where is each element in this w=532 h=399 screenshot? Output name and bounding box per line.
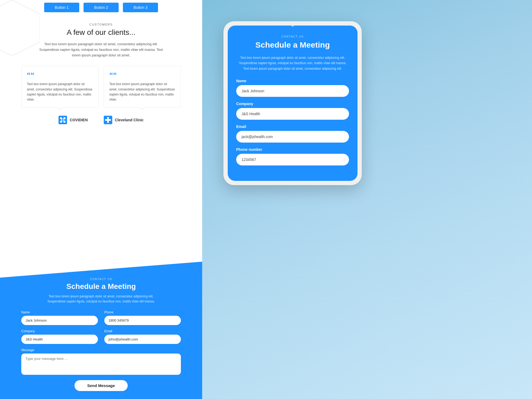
phone-email-label: Email <box>236 124 349 129</box>
card-arrow-2 <box>140 107 145 110</box>
phone-mockup: CONTACT US Schedule a Meeting Text box l… <box>223 21 362 185</box>
phone-phone-group: Phone number <box>236 147 349 165</box>
phone-input[interactable] <box>104 316 181 325</box>
company-input[interactable] <box>21 335 98 344</box>
send-button[interactable]: Send Message <box>74 380 128 391</box>
cleveland-label: Cleveland Clinic <box>115 118 144 122</box>
phone-desc: Text box lorem ipsum paragraph dolor sit… <box>236 55 349 71</box>
svg-marker-0 <box>0 0 40 56</box>
phone-email-input[interactable] <box>236 131 349 143</box>
email-group: Email <box>104 329 181 344</box>
phone-camera <box>291 26 294 27</box>
customers-label: CUSTOMERS <box>21 23 181 26</box>
name-input[interactable] <box>21 316 98 325</box>
phone-phone-input[interactable] <box>236 154 349 165</box>
customers-desc: Text box lorem ipsum paragraph dolor sit… <box>37 41 165 58</box>
right-panel: CONTACT US Schedule a Meeting Text box l… <box>202 0 532 399</box>
svg-rect-14 <box>105 119 111 121</box>
phone-email-group: Email <box>236 124 349 143</box>
contact-form-grid: Name Phone Company Email <box>21 310 181 344</box>
phone-title: Schedule a Meeting <box>236 40 349 50</box>
phone-contact-label: CONTACT US <box>236 35 349 38</box>
contact-desc: Text box lorem ipsum paragraph dolor sit… <box>45 294 157 304</box>
phone-name-label: Name <box>236 79 349 83</box>
svg-rect-7 <box>60 119 65 121</box>
logo-cleveland: Cleveland Clinic <box>104 116 144 124</box>
send-button-wrap: Send Message <box>21 380 181 391</box>
contact-label: CONTACT US <box>21 278 181 281</box>
covidien-icon <box>59 116 67 124</box>
customers-title: A few of our clients... <box>21 28 181 37</box>
phone-company-label: Company <box>236 102 349 106</box>
card-arrow-1 <box>57 107 63 110</box>
phone-label: Phone <box>104 310 181 314</box>
company-group: Company <box>21 329 98 344</box>
phone-name-input[interactable] <box>236 85 349 97</box>
testimonial-card-2: ““ Text box lorem ipsum paragraph dolor … <box>104 66 181 108</box>
email-input[interactable] <box>104 335 181 344</box>
phone-screen: CONTACT US Schedule a Meeting Text box l… <box>228 26 358 181</box>
name-label: Name <box>21 310 98 314</box>
phone-group: Phone <box>104 310 181 325</box>
testimonial-text-2: Text box lorem ipsum paragraph dolor sit… <box>109 82 175 102</box>
phone-company-input[interactable] <box>236 108 349 120</box>
testimonial-card-1: ““ Text box lorem ipsum paragraph dolor … <box>21 66 98 108</box>
logo-covidien: COVIDIEN <box>59 116 88 124</box>
contact-section: CONTACT US Schedule a Meeting Text box l… <box>0 262 202 399</box>
phone-phone-label: Phone number <box>236 147 349 152</box>
phone-company-group: Company <box>236 102 349 120</box>
top-button-1[interactable]: Button 1 <box>44 3 79 12</box>
covidien-label: COVIDIEN <box>70 118 88 122</box>
email-label: Email <box>104 329 181 333</box>
top-button-3[interactable]: Button 3 <box>123 3 158 12</box>
message-label: Message <box>21 348 181 352</box>
cleveland-icon <box>104 116 112 124</box>
name-group: Name <box>21 310 98 325</box>
contact-title: Schedule a Meeting <box>21 282 181 291</box>
message-group: Message <box>21 348 181 375</box>
testimonials-row: ““ Text box lorem ipsum paragraph dolor … <box>0 66 202 108</box>
quote-icon-1: ““ <box>27 72 93 79</box>
top-button-2[interactable]: Button 2 <box>84 3 119 12</box>
testimonial-text-1: Text box lorem ipsum paragraph dolor sit… <box>27 82 93 102</box>
phone-name-group: Name <box>236 79 349 97</box>
left-panel: Button 1 Button 2 Button 3 CUSTOMERS A f… <box>0 0 202 399</box>
company-label: Company <box>21 329 98 333</box>
hex-decoration <box>0 0 40 56</box>
message-textarea[interactable] <box>21 354 181 375</box>
quote-icon-2: ““ <box>109 72 175 79</box>
logos-row: COVIDIEN Cleveland Clinic <box>0 116 202 124</box>
